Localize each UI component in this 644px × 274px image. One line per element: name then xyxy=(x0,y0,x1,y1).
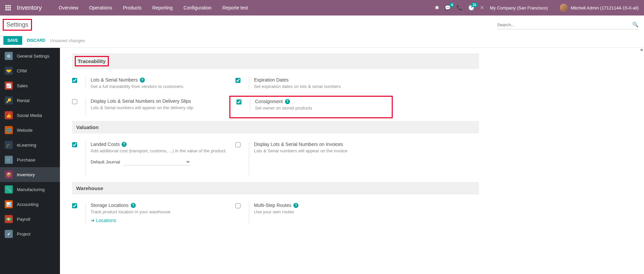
sidebar-item-project[interactable]: ✔Project xyxy=(0,226,60,241)
user-name: Mitchell Admin (17121144-15-0-all) xyxy=(571,5,639,10)
setting-storage-locations: Storage Locations? Track product locatio… xyxy=(72,200,235,227)
save-button[interactable]: SAVE xyxy=(3,36,22,45)
setting-title: Storage Locations xyxy=(91,203,129,208)
key-icon: 🔑 xyxy=(5,96,13,104)
help-icon[interactable]: ? xyxy=(293,203,298,208)
sidebar-item-accounting[interactable]: 📊Accounting xyxy=(0,197,60,212)
journal-label: Default Journal xyxy=(91,159,120,164)
avatar xyxy=(560,4,568,12)
setting-lots-serial: Lots & Serial Numbers? Get a full tracea… xyxy=(72,74,235,93)
setting-title: Lots & Serial Numbers xyxy=(91,77,138,83)
search-wrap: 🔍 xyxy=(497,20,639,29)
sidebar-item-label: Accounting xyxy=(17,202,38,207)
section-title: Traceability xyxy=(78,58,106,64)
consignment-checkbox[interactable] xyxy=(236,99,242,104)
sidebar-item-social-media[interactable]: 👍Social Media xyxy=(0,108,60,123)
display-delivery-checkbox[interactable] xyxy=(72,99,77,104)
sidebar-item-payroll[interactable]: 💵Payroll xyxy=(0,212,60,226)
scroll-up-icon[interactable] xyxy=(640,49,643,51)
storage-checkbox[interactable] xyxy=(72,203,77,208)
sidebar-item-label: Payroll xyxy=(17,217,30,222)
setting-multistep-routes: Multi-Step Routes? Use your own routes xyxy=(235,200,399,227)
apps-icon[interactable] xyxy=(5,5,11,10)
setting-desc: Lots & Serial numbers will appear on the… xyxy=(254,148,399,153)
chart-icon: 📈 xyxy=(5,82,13,90)
arrow-icon: ➔ xyxy=(91,218,95,223)
chat-badge: 4 xyxy=(449,3,455,7)
routes-checkbox[interactable] xyxy=(235,203,240,208)
settings-sidebar: ⚙General Settings 🤝CRM 📈Sales 🔑Rental 👍S… xyxy=(0,48,60,274)
top-navbar: Inventory Overview Operations Products R… xyxy=(0,0,644,16)
nav-products[interactable]: Products xyxy=(118,0,147,15)
sidebar-item-manufacturing[interactable]: 🔧Manufacturing xyxy=(0,182,60,197)
discard-button[interactable]: DISCARD xyxy=(27,38,45,43)
money-icon: 💵 xyxy=(5,215,13,223)
search-icon[interactable]: 🔍 xyxy=(632,22,639,28)
nav-operations[interactable]: Operations xyxy=(84,0,117,15)
setting-desc: Get a full traceability from vendors to … xyxy=(91,84,235,89)
help-icon[interactable]: ? xyxy=(131,203,136,208)
nav-configuration[interactable]: Configuration xyxy=(178,0,217,15)
help-icon[interactable]: ? xyxy=(122,142,127,147)
graduation-icon: 🎓 xyxy=(5,141,13,149)
link-text: Locations xyxy=(96,218,116,223)
messaging-icon[interactable]: 💬4 xyxy=(445,5,451,11)
sidebar-item-purchase[interactable]: 🛒Purchase xyxy=(0,152,60,167)
landed-checkbox[interactable] xyxy=(72,142,77,147)
tasks-icon: ✔ xyxy=(5,230,13,238)
sidebar-item-inventory[interactable]: 📦Inventory xyxy=(0,167,60,182)
action-bar: SAVE DISCARD Unsaved changes xyxy=(0,35,644,48)
wrench-icon: 🔧 xyxy=(5,185,13,193)
sidebar-item-rental[interactable]: 🔑Rental xyxy=(0,93,60,108)
sidebar-item-label: Project xyxy=(17,232,30,237)
unsaved-status: Unsaved changes xyxy=(50,38,85,43)
page-title: Settings xyxy=(6,21,28,28)
sidebar-item-crm[interactable]: 🤝CRM xyxy=(0,63,60,78)
user-menu[interactable]: Mitchell Admin (17121144-15-0-all) xyxy=(560,4,639,12)
setting-desc: Use your own routes xyxy=(254,209,399,214)
globe-icon: 🌐 xyxy=(5,126,13,134)
nav-reporte-test[interactable]: Reporte test xyxy=(217,0,253,15)
setting-landed-costs: Landed Costs? Add additional cost (trans… xyxy=(72,139,235,179)
setting-title: Display Lots & Serial Numbers on Invoice… xyxy=(254,142,343,147)
lots-checkbox[interactable] xyxy=(72,78,77,83)
activity-badge: 31 xyxy=(471,3,478,7)
sidebar-item-sales[interactable]: 📈Sales xyxy=(0,78,60,93)
phone-icon[interactable]: 📞 xyxy=(456,5,463,11)
setting-title: Expiration Dates xyxy=(254,77,289,83)
help-icon[interactable]: ? xyxy=(285,99,290,104)
search-input[interactable] xyxy=(497,22,630,27)
handshake-icon: 🤝 xyxy=(5,67,13,75)
sidebar-item-label: Purchase xyxy=(17,157,35,162)
nav-overview[interactable]: Overview xyxy=(53,0,84,15)
bug-icon[interactable]: ✱ xyxy=(435,5,439,11)
setting-desc: Set owner on stored products xyxy=(255,105,388,111)
display-invoice-checkbox[interactable] xyxy=(235,142,240,147)
sidebar-item-general-settings[interactable]: ⚙General Settings xyxy=(0,49,60,63)
gear-icon: ⚙ xyxy=(5,52,13,60)
sidebar-item-elearning[interactable]: 🎓eLearning xyxy=(0,138,60,152)
help-icon[interactable]: ? xyxy=(140,78,145,83)
main: ⚙General Settings 🤝CRM 📈Sales 🔑Rental 👍S… xyxy=(0,48,644,274)
setting-desc: Set expiration dates on lots & serial nu… xyxy=(254,84,399,89)
sidebar-item-website[interactable]: 🌐Website xyxy=(0,123,60,138)
module-title[interactable]: Inventory xyxy=(17,4,42,11)
setting-desc: Track product location in your warehouse xyxy=(91,209,235,214)
expiration-checkbox[interactable] xyxy=(235,78,240,83)
setting-desc: Lots & Serial numbers will appear on the… xyxy=(91,105,235,110)
close-tray-icon[interactable]: ✕ xyxy=(480,5,484,11)
section-warehouse-header: Warehouse xyxy=(72,182,479,194)
sidebar-item-label: Social Media xyxy=(17,113,42,118)
sidebar-item-label: Website xyxy=(17,128,33,133)
default-journal-select[interactable] xyxy=(123,158,191,165)
section-title: Warehouse xyxy=(76,185,103,191)
section-traceability-header: Traceability xyxy=(72,53,479,69)
sidebar-item-label: Rental xyxy=(17,98,30,103)
company-selector[interactable]: My Company (San Francisco) xyxy=(490,5,548,10)
thumbs-up-icon: 👍 xyxy=(5,111,13,119)
nav-reporting[interactable]: Reporting xyxy=(147,0,178,15)
boxes-icon: 📦 xyxy=(5,171,13,179)
locations-link[interactable]: ➔Locations xyxy=(91,218,116,223)
sidebar-item-label: Manufacturing xyxy=(17,187,44,192)
activity-icon[interactable]: 🕒31 xyxy=(468,5,475,11)
